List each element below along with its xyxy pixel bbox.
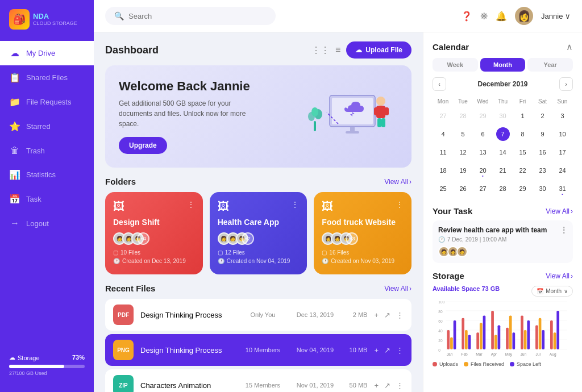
calendar-day[interactable]: 20 bbox=[473, 162, 492, 179]
file-add-button[interactable]: + bbox=[374, 346, 379, 355]
welcome-subtext: Get additional 500 GB space for your doc… bbox=[119, 98, 261, 129]
folder-menu-button[interactable]: ⋮ bbox=[187, 200, 195, 209]
svg-rect-29 bbox=[454, 320, 456, 349]
storage-widget-section: Storage View All › Available Space 73 GB… bbox=[433, 271, 573, 367]
file-share-button[interactable]: ↗ bbox=[384, 346, 390, 355]
calendar-day[interactable]: 1 bbox=[513, 107, 532, 124]
calendar-day[interactable]: 10 bbox=[553, 126, 572, 143]
file-more-button[interactable]: ⋮ bbox=[396, 311, 404, 319]
calendar-day[interactable]: 26 bbox=[454, 180, 472, 197]
calendar-day[interactable]: 30 bbox=[533, 180, 552, 197]
file-add-button[interactable]: + bbox=[374, 381, 379, 390]
file-share-button[interactable]: ↗ bbox=[384, 311, 390, 319]
sidebar-item-my-drive[interactable]: ☁My Drive bbox=[0, 41, 94, 65]
sidebar-item-starred[interactable]: ⭐Starred bbox=[0, 114, 94, 139]
calendar-day[interactable]: 12 bbox=[454, 144, 472, 161]
file-share-button[interactable]: ↗ bbox=[384, 381, 390, 390]
calendar-day[interactable]: 29 bbox=[473, 107, 492, 124]
calendar-day[interactable]: 8 bbox=[513, 126, 532, 143]
search-icon: 🔍 bbox=[114, 11, 124, 20]
folders-view-all[interactable]: View All › bbox=[384, 178, 411, 186]
calendar-day[interactable]: 7 bbox=[493, 126, 512, 143]
file-item[interactable]: ZIP Characters Animation 15 Members Nov … bbox=[105, 369, 411, 392]
calendar-day[interactable]: 17 bbox=[553, 144, 572, 161]
calendar-day[interactable]: 27 bbox=[434, 107, 452, 124]
list-view-button[interactable]: ≡ bbox=[335, 45, 340, 55]
storage-widget-view-all[interactable]: View All › bbox=[546, 272, 573, 280]
calendar-day[interactable]: 6 bbox=[473, 126, 492, 143]
calendar-next-button[interactable]: › bbox=[559, 77, 573, 91]
storage-period-button[interactable]: 📅 Month ∨ bbox=[531, 286, 573, 297]
folder-menu-button[interactable]: ⋮ bbox=[291, 200, 299, 209]
settings-icon[interactable]: ❋ bbox=[480, 11, 488, 22]
calendar-day[interactable]: 23 bbox=[533, 162, 552, 179]
sidebar-storage-label: Storage bbox=[18, 355, 40, 361]
sidebar-item-trash[interactable]: 🗑Trash bbox=[0, 139, 94, 162]
task-header: Your Task View All › bbox=[433, 206, 573, 216]
folder-menu-button[interactable]: ⋮ bbox=[396, 200, 404, 209]
sidebar-item-shared-files[interactable]: 📋Shared Files bbox=[0, 65, 94, 90]
grid-view-button[interactable]: ⋮⋮ bbox=[311, 45, 330, 56]
sidebar-item-task[interactable]: 📅Task bbox=[0, 187, 94, 211]
calendar-day[interactable]: 21 bbox=[493, 162, 512, 179]
calendar-prev-button[interactable]: ‹ bbox=[433, 77, 446, 91]
folder-card-food-truck-website[interactable]: 🖼 ⋮ Food truck Website 👩🧑👦+3 ▢ 16 Files … bbox=[314, 192, 411, 274]
calendar-collapse-button[interactable]: ∧ bbox=[566, 41, 573, 52]
sidebar-storage-section: ☁ Storage 73% 27/100 GB Used bbox=[0, 347, 94, 383]
upgrade-button[interactable]: Upgrade bbox=[119, 137, 167, 154]
calendar-day[interactable]: 22 bbox=[513, 162, 532, 179]
svg-rect-55 bbox=[550, 320, 553, 349]
notification-icon[interactable]: 🔔 bbox=[496, 11, 507, 22]
calendar-day[interactable]: 4 bbox=[434, 126, 452, 143]
task-section: Your Task View All › Review health care … bbox=[433, 206, 573, 263]
calendar-day[interactable]: 14 bbox=[493, 144, 512, 161]
calendar-day[interactable]: 25 bbox=[434, 180, 452, 197]
task-view-all[interactable]: View All › bbox=[546, 207, 573, 215]
calendar-day[interactable]: 18 bbox=[434, 162, 452, 179]
calendar-day[interactable]: 16 bbox=[533, 144, 552, 161]
calendar-tab-week[interactable]: Week bbox=[433, 58, 478, 72]
calendar-day[interactable]: 2 bbox=[533, 107, 552, 124]
sidebar-item-statistics[interactable]: 📊Statistics bbox=[0, 162, 94, 187]
upload-file-button[interactable]: ☁ Upload File bbox=[346, 41, 411, 59]
task-avatar: 🧑 bbox=[456, 246, 468, 257]
calendar-day[interactable]: 19 bbox=[454, 162, 472, 179]
search-input[interactable] bbox=[128, 12, 267, 20]
calendar-day[interactable]: 28 bbox=[454, 107, 472, 124]
file-item[interactable]: PNG Design Thinking Process 10 Members N… bbox=[105, 334, 411, 366]
file-type-badge: PNG bbox=[113, 340, 134, 360]
file-more-button[interactable]: ⋮ bbox=[396, 346, 404, 355]
sidebar-item-file-requests[interactable]: 📁File Requests bbox=[0, 90, 94, 114]
calendar-day[interactable]: 29 bbox=[513, 180, 532, 197]
folder-card-design-shift[interactable]: 🖼 ⋮ Design Shift 🧑👩👦+4 ▢ 10 Files 🕐 Crea… bbox=[105, 192, 203, 274]
calendar-day[interactable]: 5 bbox=[454, 126, 472, 143]
folders-title: Folders bbox=[105, 177, 136, 186]
calendar-day[interactable]: 24 bbox=[553, 162, 572, 179]
calendar-day[interactable]: 3 bbox=[553, 107, 572, 124]
sidebar-item-logout[interactable]: →Logout bbox=[0, 211, 94, 235]
file-add-button[interactable]: + bbox=[374, 311, 379, 319]
calendar-day[interactable]: 15 bbox=[513, 144, 532, 161]
calendar-day[interactable]: 9 bbox=[533, 126, 552, 143]
folder-card-health-care-app[interactable]: 🖼 ⋮ Health Care App 👩🧑👦+2 ▢ 12 Files 🕐 C… bbox=[210, 192, 307, 274]
file-name: Characters Animation bbox=[140, 381, 233, 390]
search-box[interactable]: 🔍 bbox=[105, 7, 276, 25]
topbar-right: ❓ ❋ 🔔 👩 Jannie ∨ bbox=[461, 7, 571, 25]
svg-rect-4 bbox=[346, 131, 359, 134]
file-more-button[interactable]: ⋮ bbox=[396, 381, 404, 390]
calendar-day[interactable]: 30 bbox=[493, 107, 512, 124]
file-item[interactable]: PDF Design Thinking Process Only You Dec… bbox=[105, 299, 411, 331]
sidebar-item-label: Shared Files bbox=[26, 73, 68, 82]
calendar-tab-month[interactable]: Month bbox=[480, 58, 526, 72]
calendar-day[interactable]: 28 bbox=[493, 180, 512, 197]
recent-view-all[interactable]: View All › bbox=[384, 285, 411, 293]
calendar-day[interactable]: 31 bbox=[553, 180, 572, 197]
task-more-button[interactable]: ⋮ bbox=[560, 226, 567, 234]
svg-rect-39 bbox=[491, 311, 494, 349]
calendar-tab-year[interactable]: Year bbox=[527, 58, 573, 72]
calendar-day[interactable]: 13 bbox=[473, 144, 492, 161]
calendar-day[interactable]: 11 bbox=[434, 144, 452, 161]
help-icon[interactable]: ❓ bbox=[461, 11, 472, 22]
calendar-day[interactable]: 27 bbox=[473, 180, 492, 197]
avatar[interactable]: 👩 bbox=[515, 7, 533, 25]
